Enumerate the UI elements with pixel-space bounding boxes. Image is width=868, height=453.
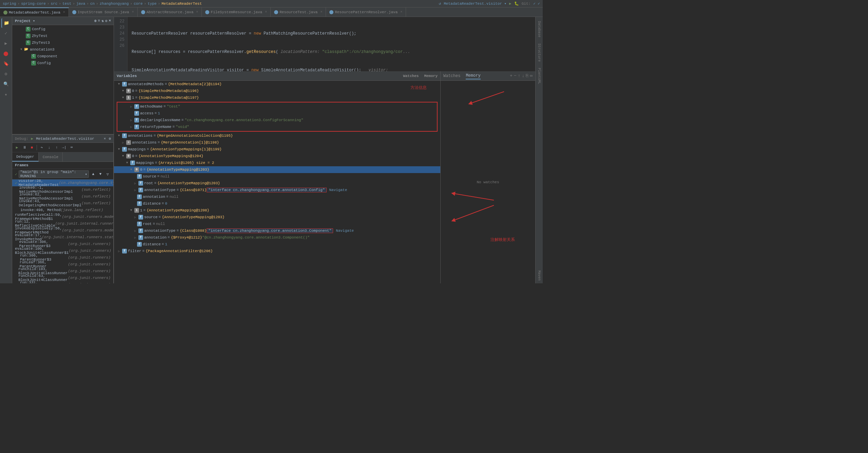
sidebar-item-bookmarks[interactable]: 🔖 bbox=[1, 59, 11, 69]
var-distance-1[interactable]: f distance = 1 bbox=[114, 241, 440, 248]
project-close-icon[interactable]: × bbox=[109, 19, 111, 23]
frame-item-13[interactable]: runChild:63, BlockJUnit4ClassRunner (org… bbox=[12, 275, 113, 281]
breadcrumb-spring[interactable]: spring bbox=[3, 2, 16, 6]
var-root[interactable]: ▷ f root = {AnnotationTypeMapping@1203} bbox=[114, 180, 440, 187]
var-mapping-0-selected[interactable]: ▼ 0 0 = {AnnotationTypeMapping@1203} bbox=[114, 166, 440, 173]
sidebar-item-star[interactable]: ★ bbox=[1, 90, 11, 99]
var-mappings-inner[interactable]: ▼ f mappings = {ArrayList@1205} size = 2 bbox=[114, 159, 440, 166]
pause-button[interactable]: ⏸ bbox=[21, 144, 28, 151]
tab-memory[interactable]: Memory bbox=[424, 73, 438, 79]
tab-close-inputstream[interactable]: × bbox=[132, 10, 134, 14]
var-annotationtype-2[interactable]: ▷ f annotationType = {Class@1088} "inter… bbox=[114, 227, 440, 234]
sidebar-item-project[interactable]: 📁 bbox=[1, 18, 11, 28]
watches-add-icon[interactable]: + bbox=[510, 73, 513, 78]
var-annotations-merged[interactable]: ▼ f annotations = {MergedAnnotationsColl… bbox=[114, 132, 440, 139]
project-sort-icon[interactable]: ⇅ bbox=[101, 19, 104, 23]
var-distance-0[interactable]: f distance = 0 bbox=[114, 200, 440, 207]
var-annotation-proxy[interactable]: ▷ f annotation = {$Proxy4@1212} "@cn.zha… bbox=[114, 234, 440, 241]
tab-console[interactable]: Console bbox=[39, 152, 63, 162]
run-config-dropdown[interactable]: MetadataReaderTest.visitor ▾ bbox=[444, 1, 506, 6]
tab-close-abstract[interactable]: × bbox=[196, 10, 198, 14]
breadcrumb-type[interactable]: type bbox=[148, 2, 156, 6]
tab-close-resource[interactable]: × bbox=[320, 10, 322, 14]
thread-dropdown[interactable]: "main"@1 in group "main": RUNNING ▾ bbox=[19, 170, 89, 178]
var-annotated-1[interactable]: ▼ 1 1 = {SimpleMethodMetadata@1197} bbox=[114, 94, 440, 101]
frame-item-2[interactable]: invoke:43, DelegatingMethodAccessorImpl … bbox=[12, 200, 113, 207]
thread-up[interactable]: ▲ bbox=[90, 171, 96, 177]
sidebar-item-settings[interactable]: ⚙ bbox=[1, 69, 11, 79]
git-status[interactable]: ✓ ✓ bbox=[533, 1, 540, 6]
breadcrumb-cn[interactable]: cn bbox=[90, 2, 95, 6]
debug-settings-icon[interactable]: ⚙ bbox=[109, 136, 111, 141]
breadcrumb-core[interactable]: core bbox=[134, 2, 142, 6]
sidebar-item-search[interactable]: 🔍 bbox=[1, 79, 11, 89]
navigate-link-1[interactable]: Navigate bbox=[329, 188, 347, 192]
var-returntypename[interactable]: ▷ f returnTypeName = "void" bbox=[118, 124, 436, 130]
breadcrumb-src[interactable]: src bbox=[51, 2, 57, 6]
tab-resourcepatternresolver[interactable]: ResourcePatternResolver.java × bbox=[326, 7, 406, 17]
var-root-null[interactable]: f root = null bbox=[114, 221, 440, 227]
project-locate-icon[interactable]: ⊕ bbox=[94, 19, 97, 23]
tree-item-config[interactable]: C Config bbox=[12, 26, 114, 33]
var-mappings[interactable]: ▼ f mappings = {AnnotationTypeMappings[1… bbox=[114, 146, 440, 153]
tab-resourcetest[interactable]: ResourceTest.java × bbox=[271, 7, 326, 17]
step-into-button[interactable]: ↓ bbox=[46, 144, 53, 151]
sidebar-structure[interactable]: Structure bbox=[537, 41, 542, 64]
run-to-cursor-button[interactable]: →| bbox=[61, 144, 67, 151]
var-annotations-inner[interactable]: ▷ ≡ annotations = {MergedAnnotation[1]@1… bbox=[114, 139, 440, 146]
tab-abstractresource[interactable]: AbstractResource.java × bbox=[138, 7, 202, 17]
navigate-link-2[interactable]: Navigate bbox=[336, 229, 354, 233]
tree-item-zhytest3[interactable]: C ZhyTest3 bbox=[12, 39, 114, 46]
tab-debugger[interactable]: Debugger bbox=[12, 152, 39, 162]
frame-item-6[interactable]: invokeExplosively:56, FrameworkMethod (o… bbox=[12, 227, 113, 234]
watches-infinity-icon[interactable]: ∞ bbox=[530, 73, 533, 78]
frame-item-3[interactable]: invoke:498, Method (java.lang.reflect) bbox=[12, 207, 113, 213]
var-mapping-1[interactable]: ▼ 1 1 = {AnnotationTypeMapping@1208} bbox=[114, 207, 440, 214]
tree-item-component[interactable]: C Component bbox=[12, 53, 114, 60]
frame-item-14[interactable]: run:331, ParentRunner$4 (org.junit.runne… bbox=[12, 281, 113, 283]
breadcrumb-test[interactable]: test bbox=[62, 2, 71, 6]
debug-close-icon[interactable]: × bbox=[104, 137, 106, 141]
step-over-button[interactable]: ↷ bbox=[38, 144, 45, 151]
tree-item-annotation3[interactable]: ▼ 📂 annotation3 bbox=[12, 46, 114, 53]
var-mappings-0[interactable]: ▼ 0 0 = {AnnotationTypeMappings@1204} bbox=[114, 153, 440, 159]
var-annotationtype-1[interactable]: ▷ f annotationType = {Class@1071} "inter… bbox=[114, 187, 440, 193]
breadcrumb-spring-core[interactable]: spring-core bbox=[21, 2, 46, 6]
thread-filter[interactable]: ▽ bbox=[105, 171, 111, 177]
frame-selected[interactable]: ✓ visitor:28, MetadataReaderTest (cn.zha… bbox=[12, 180, 113, 186]
tab-filesystemresource[interactable]: FileSystemResource.java × bbox=[202, 7, 271, 17]
tab-close-metadata[interactable]: × bbox=[63, 11, 65, 14]
var-annotation-null[interactable]: f annotation = null bbox=[114, 193, 440, 200]
step-out-button[interactable]: ↑ bbox=[53, 144, 60, 151]
tree-item-zhytest[interactable]: C ZhyTest bbox=[12, 33, 114, 39]
sidebar-item-commit[interactable]: ✓ bbox=[1, 29, 11, 38]
sidebar-plantuml[interactable]: PlantUML bbox=[537, 65, 542, 87]
sidebar-item-run[interactable]: ▶ bbox=[1, 39, 11, 48]
watches-copy-icon[interactable]: ⎘ bbox=[526, 73, 528, 78]
frame-item-7[interactable]: evaluate:17, InvokeMethod (org.junit.int… bbox=[12, 234, 113, 241]
sidebar-database[interactable]: Database bbox=[537, 18, 542, 40]
watches-tab[interactable]: Watches bbox=[443, 73, 460, 79]
project-collapse-icon[interactable]: ≡ bbox=[98, 19, 100, 23]
var-annotated-0[interactable]: ▼ 0 0 = {SimpleMethodMetadata@1196} bbox=[114, 88, 440, 94]
frame-item-9[interactable]: evaluate:100, BlockJUnit4ClassRunner$1 (… bbox=[12, 247, 113, 254]
vcs-icon[interactable]: ↺ bbox=[439, 1, 441, 6]
tab-metadata-reader-test[interactable]: MetadataReaderTest.java × bbox=[0, 7, 69, 17]
breadcrumb-zhanghongyang[interactable]: zhanghongyang bbox=[100, 2, 129, 6]
watches-remove-icon[interactable]: − bbox=[514, 73, 517, 78]
var-source-null[interactable]: f source = null bbox=[114, 173, 440, 180]
frame-item-4[interactable]: runReflectiveCall:59, FrameworkMethod$1 … bbox=[12, 213, 113, 220]
stop-button[interactable]: ■ bbox=[28, 144, 35, 151]
sidebar-item-debug[interactable]: ⬤ bbox=[1, 49, 11, 58]
frame-item-1[interactable]: invoke:62, NativeMethodAccessorImpl (sun… bbox=[12, 193, 113, 200]
watches-down-icon[interactable]: ↓ bbox=[522, 73, 524, 78]
frame-item-0[interactable]: invoke0:-1, NativeMethodAccessorImpl (su… bbox=[12, 186, 113, 193]
watches-up-icon[interactable]: ↑ bbox=[518, 73, 521, 78]
tab-close-filesystem[interactable]: × bbox=[265, 10, 267, 14]
frame-item-11[interactable]: runLeaf:366, ParentRunner (org.junit.run… bbox=[12, 261, 113, 268]
var-filter[interactable]: ▷ f filter = {PackageAnnotationFilter@12… bbox=[114, 248, 440, 254]
frame-item-5[interactable]: run:12, ReflectiveCallable (org.junit.in… bbox=[12, 220, 113, 227]
run-button[interactable]: ▶ bbox=[509, 1, 512, 6]
sidebar-maven[interactable]: Maven bbox=[537, 268, 542, 283]
memory-tab[interactable]: Memory bbox=[466, 73, 480, 79]
